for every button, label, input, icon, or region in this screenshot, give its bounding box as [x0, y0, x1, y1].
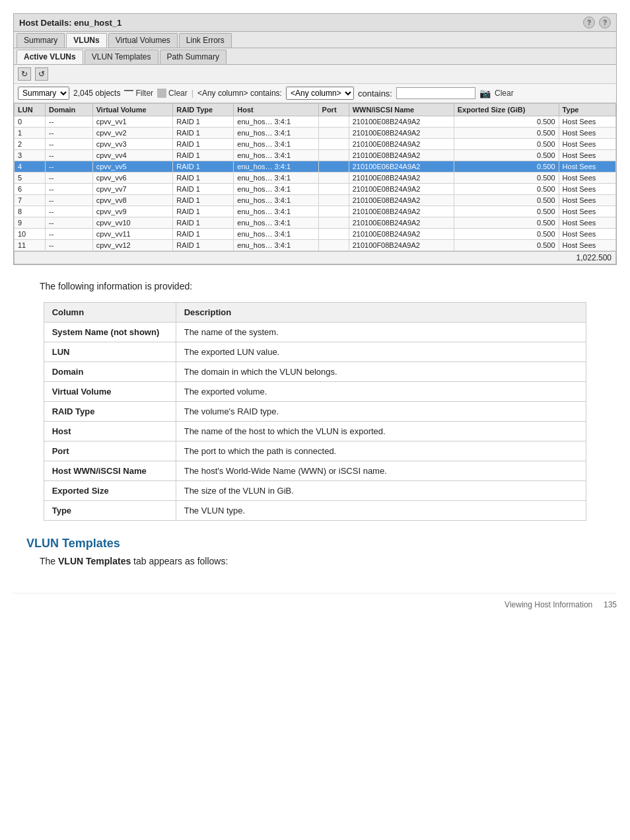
clear-icon-1: [157, 89, 166, 98]
cell-lun: 5: [15, 172, 46, 184]
desc-col-header-column: Column: [44, 303, 176, 323]
cell-size: 0.500: [454, 206, 559, 217]
cell-vv: cpvv_vv6: [92, 172, 173, 184]
column-contains-label: <Any column> contains:: [197, 89, 282, 98]
filter-button[interactable]: Filter: [124, 89, 153, 98]
cell-domain: --: [45, 240, 92, 251]
cell-domain: --: [45, 229, 92, 240]
desc-description: The name of the host to which the VLUN i…: [176, 422, 586, 441]
desc-description: The size of the VLUN in GiB.: [176, 481, 586, 501]
cell-vv: cpvv_vv9: [92, 206, 173, 217]
cell-lun: 6: [15, 184, 46, 195]
desc-table-row: LUN The exported LUN value.: [44, 342, 586, 362]
cell-vv: cpvv_vv11: [92, 229, 173, 240]
cell-port: [318, 128, 349, 139]
cell-type: Host Sees: [559, 161, 615, 172]
desc-description: The volume's RAID type.: [176, 402, 586, 422]
cell-raid: RAID 1: [173, 195, 234, 206]
filter-label: Filter: [135, 89, 153, 98]
table-row[interactable]: 1 -- cpvv_vv2 RAID 1 enu_hos… 3:4:1 2101…: [15, 128, 616, 139]
cell-host: enu_hos… 3:4:1: [234, 184, 318, 195]
desc-column: Host: [44, 422, 176, 441]
tab-link-errors[interactable]: Link Errors: [179, 33, 232, 48]
cell-vv: cpvv_vv4: [92, 150, 173, 161]
cell-vv: cpvv_vv10: [92, 217, 173, 229]
tab-summary[interactable]: Summary: [17, 33, 65, 48]
desc-table-row: Domain The domain in which the VLUN belo…: [44, 362, 586, 382]
table-row[interactable]: 8 -- cpvv_vv9 RAID 1 enu_hos… 3:4:1 2101…: [15, 206, 616, 217]
cell-raid: RAID 1: [173, 172, 234, 184]
summary-select[interactable]: Summary: [18, 87, 69, 100]
cell-lun: 7: [15, 195, 46, 206]
table-row[interactable]: 10 -- cpvv_vv11 RAID 1 enu_hos… 3:4:1 21…: [15, 229, 616, 240]
desc-table-row: Exported Size The size of the VLUN in Gi…: [44, 481, 586, 501]
col-header-size[interactable]: Exported Size (GiB): [454, 104, 559, 116]
tab-active-vluns[interactable]: Active VLUNs: [17, 50, 83, 64]
col-header-lun[interactable]: LUN: [15, 104, 46, 116]
cell-size: 0.500: [454, 139, 559, 150]
refresh-icon[interactable]: ↻: [18, 67, 31, 81]
cell-port: [318, 116, 349, 128]
table-row[interactable]: 4 -- cpvv_vv5 RAID 1 enu_hos… 3:4:1 2101…: [15, 161, 616, 172]
close-icon[interactable]: ?: [599, 17, 611, 28]
col-header-host[interactable]: Host: [234, 104, 318, 116]
desc-description: The VLUN type.: [176, 501, 586, 521]
table-row[interactable]: 3 -- cpvv_vv4 RAID 1 enu_hos… 3:4:1 2101…: [15, 150, 616, 161]
desc-table-row: Port The port to which the path is conne…: [44, 441, 586, 461]
total-size: 1,022.500: [577, 253, 612, 262]
desc-column: LUN: [44, 342, 176, 362]
vlun-templates-body: The VLUN Templates tab appears as follow…: [40, 556, 617, 566]
cell-lun: 3: [15, 150, 46, 161]
tab-virtual-volumes[interactable]: Virtual Volumes: [108, 33, 178, 48]
table-row[interactable]: 7 -- cpvv_vv8 RAID 1 enu_hos… 3:4:1 2101…: [15, 195, 616, 206]
cell-domain: --: [45, 150, 92, 161]
col-header-wwn[interactable]: WWN/iSCSI Name: [349, 104, 454, 116]
desc-description: The host's World-Wide Name (WWN) or iSCS…: [176, 461, 586, 481]
tab-path-summary[interactable]: Path Summary: [160, 50, 227, 64]
cell-type: Host Sees: [559, 206, 615, 217]
filter-input[interactable]: [396, 87, 475, 99]
cell-host: enu_hos… 3:4:1: [234, 128, 318, 139]
desc-table-row: RAID Type The volume's RAID type.: [44, 402, 586, 422]
cell-vv: cpvv_vv8: [92, 195, 173, 206]
cell-domain: --: [45, 206, 92, 217]
desc-description: The port to which the path is connected.: [176, 441, 586, 461]
column-select[interactable]: <Any column>: [286, 87, 354, 100]
col-header-type[interactable]: Type: [559, 104, 615, 116]
cell-raid: RAID 1: [173, 116, 234, 128]
col-header-raid[interactable]: RAID Type: [173, 104, 234, 116]
cell-port: [318, 172, 349, 184]
filter-bar: Summary 2,045 objects Filter Clear | <An…: [14, 84, 616, 103]
cell-wwn: 210100E08B24A9A2: [349, 116, 454, 128]
tab-vluns[interactable]: VLUNs: [66, 33, 106, 48]
help-icon[interactable]: ?: [583, 17, 595, 28]
col-header-port[interactable]: Port: [318, 104, 349, 116]
cell-host: enu_hos… 3:4:1: [234, 195, 318, 206]
desc-table-row: Host The name of the host to which the V…: [44, 422, 586, 441]
clear-button-2[interactable]: Clear: [495, 89, 514, 98]
desc-column: Domain: [44, 362, 176, 382]
cell-host: enu_hos… 3:4:1: [234, 172, 318, 184]
page-footer: Viewing Host Information 135: [13, 593, 617, 609]
col-header-vv[interactable]: Virtual Volume: [92, 104, 173, 116]
description-table: Column Description System Name (not show…: [44, 302, 587, 521]
clear-button-1[interactable]: Clear: [157, 89, 188, 98]
table-row[interactable]: 2 -- cpvv_vv3 RAID 1 enu_hos… 3:4:1 2101…: [15, 139, 616, 150]
panel-title: Host Details: enu_host_1: [19, 18, 122, 28]
table-row[interactable]: 6 -- cpvv_vv7 RAID 1 enu_hos… 3:4:1 2101…: [15, 184, 616, 195]
col-header-domain[interactable]: Domain: [45, 104, 92, 116]
table-row[interactable]: 5 -- cpvv_vv6 RAID 1 enu_hos… 3:4:1 2101…: [15, 172, 616, 184]
cell-type: Host Sees: [559, 116, 615, 128]
table-row[interactable]: 0 -- cpvv_vv1 RAID 1 enu_hos… 3:4:1 2101…: [15, 116, 616, 128]
cell-type: Host Sees: [559, 184, 615, 195]
tab-vlun-templates[interactable]: VLUN Templates: [85, 50, 158, 64]
cell-port: [318, 195, 349, 206]
table-row[interactable]: 11 -- cpvv_vv12 RAID 1 enu_hos… 3:4:1 21…: [15, 240, 616, 251]
tab-bar-2: Active VLUNs VLUN Templates Path Summary: [14, 48, 616, 65]
table-row[interactable]: 9 -- cpvv_vv10 RAID 1 enu_hos… 3:4:1 210…: [15, 217, 616, 229]
desc-table-row: Host WWN/iSCSI Name The host's World-Wid…: [44, 461, 586, 481]
refresh2-icon[interactable]: ↺: [35, 67, 48, 81]
cell-raid: RAID 1: [173, 240, 234, 251]
cell-host: enu_hos… 3:4:1: [234, 206, 318, 217]
cell-domain: --: [45, 195, 92, 206]
